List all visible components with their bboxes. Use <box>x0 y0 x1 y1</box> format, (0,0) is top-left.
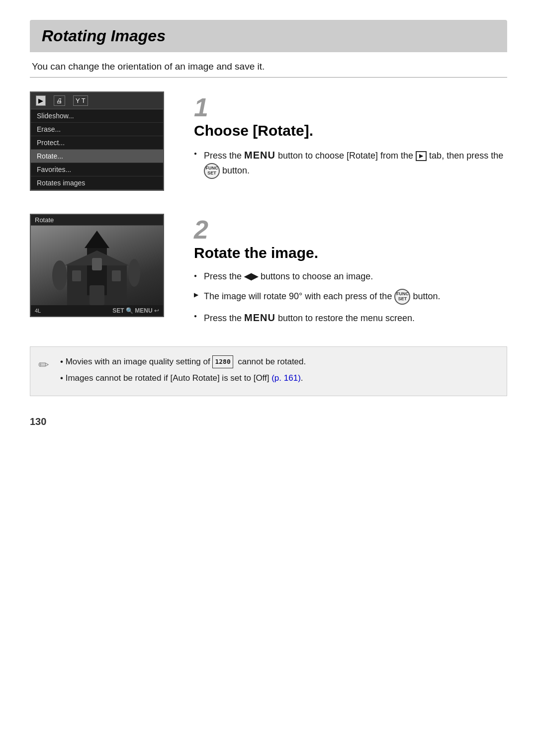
step2-instruction2: The image will rotate 90° with each pres… <box>194 289 507 305</box>
menu-label2: MENU <box>244 312 275 323</box>
camera-image-area <box>31 226 163 305</box>
svg-rect-6 <box>112 270 121 281</box>
menu-tab-bar: ▶ 🖨 Y T <box>31 92 163 109</box>
church-silhouette <box>52 231 142 305</box>
menu-label: MENU <box>244 150 275 161</box>
camera-bottom-bar: 4L SET 🔍 MENU ↩ <box>31 305 163 316</box>
svg-point-9 <box>128 259 140 287</box>
camera-screen-label: Rotate <box>31 215 163 226</box>
menu-item-slideshow: Slideshow... <box>31 109 163 123</box>
divider <box>30 77 507 78</box>
page-number: 130 <box>30 416 507 427</box>
step1-instructions: Press the MENU button to choose [Rotate]… <box>194 147 507 179</box>
menu-mockup: ▶ 🖨 Y T Slideshow... Erase... Protect...… <box>30 91 164 191</box>
movie-quality-icon: 1280 <box>212 355 233 368</box>
menu-item-erase: Erase... <box>31 123 163 136</box>
step2-left-panel: Rotate <box>30 214 174 317</box>
step2-section: Rotate <box>30 214 507 331</box>
menu-item-protect: Protect... <box>31 136 163 150</box>
menu-item-favorites: Favorites... <box>31 163 163 176</box>
pencil-icon: ✏ <box>38 354 49 376</box>
menu-tab-playback: ▶ <box>36 95 46 106</box>
menu-item-rotate: Rotate... <box>31 150 163 163</box>
camera-screen: Rotate <box>30 214 164 317</box>
playback-tab-icon: ▶ <box>416 151 427 161</box>
svg-point-8 <box>52 260 67 290</box>
menu-item-rotates-images: Rotates images <box>31 176 163 190</box>
camera-bottom-controls: SET 🔍 MENU ↩ <box>112 307 159 314</box>
intro-text: You can change the orientation of an ima… <box>30 61 507 72</box>
step2-instruction1: Press the ◀▶ buttons to choose an image. <box>194 269 507 284</box>
step2-title: Rotate the image. <box>194 245 507 261</box>
svg-rect-5 <box>72 270 81 281</box>
menu-tab-settings: Y T <box>73 95 88 106</box>
note2: • Images cannot be rotated if [Auto Rota… <box>60 371 497 386</box>
step1-instruction1: Press the MENU button to choose [Rotate]… <box>194 147 507 179</box>
step2-instructions: Press the ◀▶ buttons to choose an image.… <box>194 269 507 326</box>
step1-number: 1 <box>194 94 507 120</box>
note1: • Movies with an image quality setting o… <box>60 355 497 369</box>
resolution-icon: 4L <box>35 308 41 314</box>
func-set-button-icon2: FUNCSET <box>394 289 410 305</box>
lr-arrows-icon: ◀▶ <box>244 271 258 281</box>
step1-title: Choose [Rotate]. <box>194 122 507 139</box>
page-title: Rotating Images <box>42 27 495 45</box>
step2-instruction3: Press the MENU button to restore the men… <box>194 310 507 326</box>
step1-right-panel: 1 Choose [Rotate]. Press the MENU button… <box>194 91 507 184</box>
note-box: ✏ • Movies with an image quality setting… <box>30 346 507 396</box>
step2-number: 2 <box>194 217 507 243</box>
title-bar: Rotating Images <box>30 20 507 52</box>
note2-link: (p. 161) <box>271 373 301 383</box>
step1-left-panel: ▶ 🖨 Y T Slideshow... Erase... Protect...… <box>30 91 174 198</box>
svg-rect-7 <box>90 285 104 305</box>
menu-tab-print: 🖨 <box>54 95 65 106</box>
svg-marker-2 <box>85 231 109 248</box>
step1-section: ▶ 🖨 Y T Slideshow... Erase... Protect...… <box>30 91 507 198</box>
func-set-button-icon: FUNCSET <box>204 163 220 179</box>
step2-right-panel: 2 Rotate the image. Press the ◀▶ buttons… <box>194 214 507 331</box>
svg-rect-4 <box>92 258 102 270</box>
